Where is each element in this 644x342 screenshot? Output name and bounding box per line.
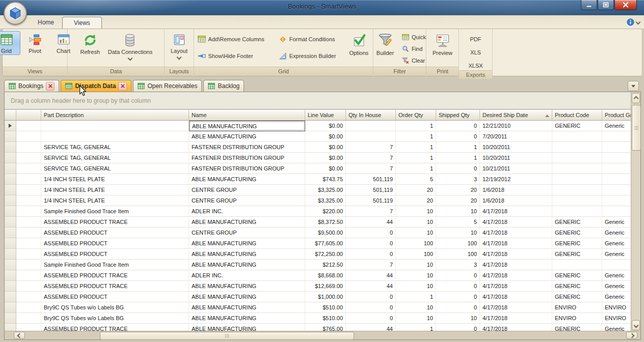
- row-indicator[interactable]: [5, 163, 16, 174]
- export-pdf-button[interactable]: PDF: [465, 34, 486, 44]
- scroll-down-button[interactable]: [632, 320, 640, 330]
- cell-name[interactable]: ABLE MANUFACTURING: [189, 238, 305, 249]
- cell-shipped_qty[interactable]: 0: [436, 292, 480, 302]
- cell-blank[interactable]: [16, 302, 41, 313]
- layout-button[interactable]: Layout: [166, 31, 193, 60]
- row-indicator[interactable]: [5, 302, 16, 313]
- cell-product_code[interactable]: GENERIC: [552, 238, 602, 249]
- data-connections-button[interactable]: Data Connections: [105, 31, 155, 61]
- cell-product_code[interactable]: [552, 206, 602, 217]
- row-indicator[interactable]: [5, 153, 16, 163]
- cell-line_value[interactable]: $1,000.00: [305, 292, 346, 302]
- cell-line_value[interactable]: $3,325.00: [305, 195, 346, 206]
- filter-builder-button[interactable]: Builder: [371, 31, 399, 57]
- cell-product_code[interactable]: [552, 163, 602, 174]
- cell-shipped_qty[interactable]: 20: [436, 195, 480, 206]
- cell-product_code[interactable]: GENERIC: [552, 249, 602, 260]
- cell-name[interactable]: FASTENER DISTRIBUTION GROUP: [189, 153, 305, 163]
- cell-order_qty[interactable]: 10: [396, 281, 436, 292]
- cell-shipped_qty[interactable]: 0: [436, 163, 480, 174]
- cell-product[interactable]: Generic: [602, 121, 632, 131]
- cell-shipped_qty[interactable]: 0: [436, 131, 480, 142]
- cell-ship_date[interactable]: 7/20/2011: [480, 131, 552, 142]
- grid-view-button[interactable]: Grid: [0, 31, 20, 55]
- cell-blank[interactable]: [16, 174, 41, 185]
- row-indicator[interactable]: [5, 174, 16, 185]
- cell-part[interactable]: 1/4 INCH STEEL PLATE: [41, 185, 189, 195]
- cell-name[interactable]: ADLER INC.: [189, 206, 305, 217]
- cell-order_qty[interactable]: 1: [396, 153, 436, 163]
- grid-options-button[interactable]: Options: [345, 31, 372, 57]
- cell-order_qty[interactable]: 1: [396, 292, 436, 302]
- cell-name[interactable]: ADLER INC.: [189, 270, 305, 281]
- info-icon[interactable]: [627, 18, 634, 26]
- cell-ship_date[interactable]: 12/21/2010: [480, 121, 552, 131]
- cell-qty_in_house[interactable]: 0: [346, 249, 396, 260]
- cell-part[interactable]: ASSEMBLED PRODUCT: [41, 227, 189, 238]
- cell-product_code[interactable]: [552, 185, 602, 195]
- cell-line_value[interactable]: $0.00: [305, 163, 346, 174]
- cell-shipped_qty[interactable]: 10: [436, 313, 480, 324]
- cell-ship_date[interactable]: 4/17/2018: [480, 227, 552, 238]
- column-header-qty_in_house[interactable]: Qty In House: [346, 109, 396, 121]
- cell-blank[interactable]: [16, 270, 41, 281]
- blank-column-header[interactable]: [16, 109, 41, 121]
- cell-line_value[interactable]: $12,669.00: [305, 281, 346, 292]
- cell-blank[interactable]: [16, 238, 41, 249]
- cell-line_value[interactable]: $8,668.00: [305, 270, 346, 281]
- cell-product_code[interactable]: [552, 131, 602, 142]
- cell-product_code[interactable]: ENVIRO: [552, 313, 602, 324]
- cell-line_value[interactable]: $510.00: [305, 302, 346, 313]
- cell-line_value[interactable]: $0.00: [305, 153, 346, 163]
- cell-shipped_qty[interactable]: 0: [436, 281, 480, 292]
- cell-blank[interactable]: [16, 217, 41, 227]
- cell-line_value[interactable]: $220.00: [305, 206, 346, 217]
- cell-name[interactable]: FASTENER DISTRIBUTION GROUP: [189, 163, 305, 174]
- cell-qty_in_house[interactable]: 7: [346, 206, 396, 217]
- cell-order_qty[interactable]: 10: [396, 227, 436, 238]
- cell-part[interactable]: [41, 131, 189, 142]
- cell-ship_date[interactable]: 4/17/2018: [480, 217, 552, 227]
- cell-ship_date[interactable]: 4/17/2018: [480, 270, 552, 281]
- cell-part[interactable]: ASSEMBLED PRODUCT TRACE: [41, 270, 189, 281]
- cell-product[interactable]: Generic: [602, 292, 632, 302]
- app-menu-button[interactable]: [4, 2, 27, 25]
- cell-part[interactable]: SERVICE TAG, GENERAL: [41, 153, 189, 163]
- cell-product_code[interactable]: GENERIC: [552, 121, 602, 131]
- cell-product[interactable]: Generic: [602, 227, 632, 238]
- cell-line_value[interactable]: $212.50: [305, 260, 346, 270]
- group-by-panel[interactable]: Drag a column header here to group by th…: [5, 92, 631, 109]
- cell-blank[interactable]: [16, 206, 41, 217]
- cell-order_qty[interactable]: 10: [396, 313, 436, 324]
- cell-product_code[interactable]: GENERIC: [552, 281, 602, 292]
- cell-part[interactable]: [41, 121, 189, 131]
- cell-qty_in_house[interactable]: 7: [346, 260, 396, 270]
- cell-part[interactable]: ASSEMBLED PRODUCT: [41, 292, 189, 302]
- cell-product_code[interactable]: ENVIRO: [552, 302, 602, 313]
- cell-order_qty[interactable]: 100: [396, 238, 436, 249]
- cell-shipped_qty[interactable]: 100: [436, 238, 480, 249]
- find-button[interactable]: Find: [400, 44, 428, 53]
- cell-shipped_qty[interactable]: 5: [436, 217, 480, 227]
- cell-ship_date[interactable]: 4/17/2018: [480, 260, 552, 270]
- cell-shipped_qty[interactable]: 20: [436, 185, 480, 195]
- scroll-left-button[interactable]: [14, 332, 25, 339]
- tab-views[interactable]: Views: [62, 17, 102, 29]
- cell-product_code[interactable]: [552, 153, 602, 163]
- cell-line_value[interactable]: $9,500.00: [305, 227, 346, 238]
- cell-order_qty[interactable]: 1: [396, 121, 436, 131]
- cell-product[interactable]: [602, 185, 632, 195]
- cell-product_code[interactable]: GENERIC: [552, 227, 602, 238]
- cell-product_code[interactable]: GENERIC: [552, 270, 602, 281]
- row-indicator[interactable]: [5, 260, 16, 270]
- tab-list-dropdown-button[interactable]: [628, 81, 639, 91]
- close-tab-button[interactable]: [46, 82, 55, 91]
- cell-ship_date[interactable]: 12/19/2012: [480, 174, 552, 185]
- cell-product[interactable]: [602, 206, 632, 217]
- cell-order_qty[interactable]: 5: [396, 174, 436, 185]
- cell-name[interactable]: FASTENER DISTRIBUTION GROUP: [189, 142, 305, 153]
- cell-line_value[interactable]: $3,325.00: [305, 185, 346, 195]
- cell-order_qty[interactable]: 10: [396, 302, 436, 313]
- export-xlsx-button[interactable]: XLSX: [463, 61, 488, 70]
- cell-qty_in_house[interactable]: 0: [346, 292, 396, 302]
